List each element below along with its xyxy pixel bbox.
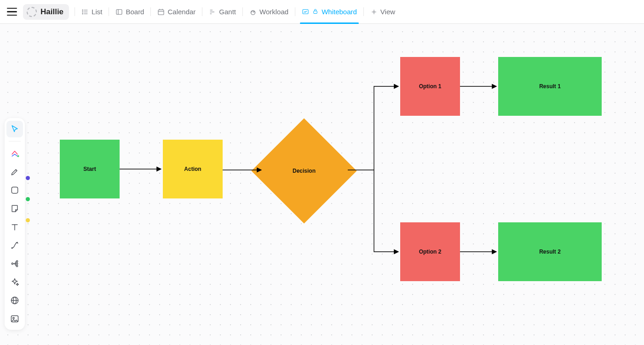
node-option-2[interactable]: Option 2 <box>400 222 460 281</box>
mindmap-icon <box>10 259 19 268</box>
workload-icon <box>249 8 257 16</box>
svg-point-5 <box>82 13 83 14</box>
tab-label: Gantt <box>219 8 236 16</box>
ai-tool[interactable] <box>6 274 23 290</box>
sticky-note-tool[interactable] <box>6 200 23 217</box>
tab-label: List <box>92 8 102 16</box>
text-tool[interactable] <box>6 219 23 235</box>
sticky-icon <box>10 204 19 213</box>
tab-whiteboard[interactable]: Whiteboard <box>295 0 363 23</box>
node-decision[interactable]: Decision <box>260 127 348 215</box>
space-avatar-icon <box>27 7 37 17</box>
node-label: Option 2 <box>419 249 442 255</box>
clickup-icon <box>10 149 19 158</box>
lock-icon <box>312 8 319 16</box>
space-chip[interactable]: Haillie <box>23 4 69 20</box>
svg-rect-8 <box>158 10 164 15</box>
text-icon <box>10 222 19 232</box>
view-tabs: List Board Calendar Gantt Workload <box>75 0 402 23</box>
web-embed-tool[interactable] <box>6 292 23 309</box>
svg-line-16 <box>253 11 254 12</box>
clickup-shapes-tool[interactable] <box>6 145 23 162</box>
node-start[interactable]: Start <box>60 140 120 198</box>
tab-calendar[interactable]: Calendar <box>151 0 202 23</box>
top-bar: Haillie List Board Calendar Gantt Worklo… <box>0 0 644 24</box>
svg-rect-6 <box>116 9 122 14</box>
pointer-tool[interactable] <box>6 121 23 137</box>
shape-tool[interactable] <box>6 182 23 198</box>
svg-point-3 <box>82 10 83 10</box>
tab-label: Whiteboard <box>322 8 357 16</box>
node-label: Action <box>184 166 201 172</box>
node-action[interactable]: Action <box>163 140 223 198</box>
edge-branch-option2 <box>374 170 398 252</box>
calendar-icon <box>157 8 165 16</box>
tab-board[interactable]: Board <box>109 0 150 23</box>
svg-rect-18 <box>314 11 317 13</box>
image-icon <box>10 314 19 323</box>
node-label: Option 1 <box>419 83 442 90</box>
tab-label: View <box>380 8 395 16</box>
node-label: Result 1 <box>539 83 561 90</box>
svg-point-33 <box>13 317 14 319</box>
image-tool[interactable] <box>6 311 23 327</box>
pointer-icon <box>10 124 19 134</box>
sticky-color-indicator <box>26 218 30 222</box>
tab-list[interactable]: List <box>75 0 109 23</box>
globe-icon <box>10 296 19 305</box>
connector-icon <box>10 241 19 250</box>
gantt-icon <box>209 8 216 16</box>
svg-rect-17 <box>303 9 308 13</box>
edge-branch-option1 <box>374 86 398 170</box>
whiteboard-icon <box>302 8 309 16</box>
list-icon <box>81 8 89 16</box>
mindmap-tool[interactable] <box>6 255 23 272</box>
pen-tool[interactable] <box>6 164 23 180</box>
tab-gantt[interactable]: Gantt <box>202 0 242 23</box>
tab-label: Board <box>126 8 144 16</box>
plus-icon <box>370 8 378 16</box>
menu-toggle-button[interactable] <box>6 6 18 18</box>
pen-icon <box>10 167 19 176</box>
board-icon <box>115 8 123 16</box>
tab-workload[interactable]: Workload <box>243 0 295 23</box>
node-label: Decision <box>260 127 348 215</box>
connector-tool[interactable] <box>6 237 23 254</box>
shape-icon <box>10 186 19 195</box>
node-result-2[interactable]: Result 2 <box>498 222 602 281</box>
toolbar-separator <box>9 141 21 141</box>
svg-rect-21 <box>12 187 17 193</box>
tab-label: Calendar <box>167 8 196 16</box>
sparkle-icon <box>10 277 19 287</box>
whiteboard-toolbar <box>5 118 25 330</box>
node-result-1[interactable]: Result 1 <box>498 57 602 116</box>
svg-point-4 <box>82 11 83 12</box>
svg-point-24 <box>12 247 13 249</box>
space-name: Haillie <box>40 7 63 17</box>
node-option-1[interactable]: Option 1 <box>400 57 460 116</box>
tab-add-view[interactable]: View <box>364 0 402 23</box>
shape-color-indicator <box>26 197 30 201</box>
whiteboard-canvas[interactable]: Start Action Decision Option 1 Option 2 … <box>0 24 644 345</box>
node-label: Start <box>83 166 96 172</box>
tab-label: Workload <box>259 8 288 16</box>
node-label: Result 2 <box>539 249 561 255</box>
pen-color-indicator <box>26 176 30 180</box>
